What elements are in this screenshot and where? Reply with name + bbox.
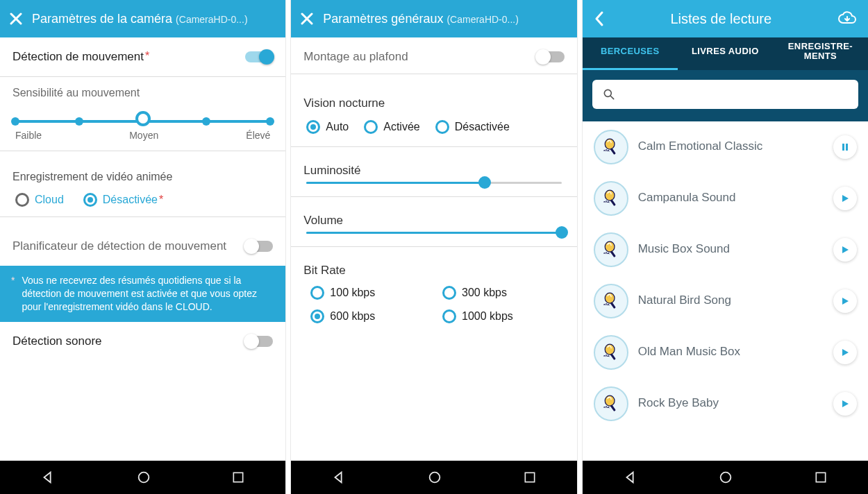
cloud-download-icon[interactable]	[837, 11, 857, 26]
android-navbar	[0, 461, 285, 494]
screen-playlists: Listes de lecture BERCEUSES LIVRES AUDIO…	[582, 0, 868, 494]
playlist-item[interactable]: Campanula Sound	[583, 173, 868, 224]
close-icon[interactable]	[301, 12, 313, 25]
playlist-item[interactable]: Natural Bird Song	[583, 275, 868, 327]
tab-recordings[interactable]: ENREGISTRE- MENTS	[773, 37, 868, 70]
recording-option-cloud[interactable]: Cloud	[15, 193, 64, 207]
svg-point-25	[606, 303, 607, 305]
recording-option-disabled-label: Désactivée*	[103, 194, 163, 206]
scheduler-label: Planificateur de détection de mouvement	[12, 239, 237, 253]
sensitivity-label: Sensibilité au mouvement	[0, 77, 285, 103]
playlist-item[interactable]: Old Man Music Box	[583, 327, 868, 378]
row-ceiling-mount[interactable]: Montage au plafond	[291, 37, 576, 71]
close-icon[interactable]	[10, 12, 22, 25]
nav-back-icon[interactable]	[623, 470, 638, 485]
playlist-item[interactable]: Calm Emotional Classic	[583, 121, 868, 173]
info-banner-text: Vous ne recevrez des résumés quotidiens …	[22, 274, 274, 314]
maraca-icon	[594, 232, 628, 267]
bitrate-radio-group: 100 kbps 300 kbps 600 kbps 1000 kbps	[291, 282, 576, 336]
pause-button[interactable]	[833, 135, 857, 159]
night-option-on[interactable]: Activée	[364, 120, 419, 134]
play-button[interactable]	[833, 341, 857, 364]
search-input[interactable]	[592, 80, 858, 109]
recording-option-cloud-label: Cloud	[35, 194, 64, 206]
bitrate-option-300[interactable]: 300 kbps	[442, 286, 558, 300]
svg-point-0	[138, 472, 149, 483]
screen-camera-settings: Paramètres de la caméra (CameraHD-0...) …	[0, 0, 286, 494]
bitrate-option-300-label: 300 kbps	[462, 287, 507, 299]
nav-back-icon[interactable]	[40, 470, 56, 485]
recording-option-disabled[interactable]: Désactivée*	[83, 193, 163, 207]
night-vision-label: Vision nocturne	[291, 84, 576, 114]
row-scheduler[interactable]: Planificateur de détection de mouvement	[0, 227, 285, 266]
appbar: Paramètres de la caméra (CameraHD-0...)	[0, 0, 285, 37]
tab-lullabies[interactable]: BERCEUSES	[583, 37, 678, 70]
motion-detection-toggle[interactable]	[245, 51, 273, 62]
svg-point-20	[606, 252, 607, 253]
night-option-auto-label: Auto	[326, 121, 349, 133]
svg-rect-11	[846, 144, 848, 151]
play-button[interactable]	[833, 187, 857, 210]
svg-point-4	[604, 90, 611, 96]
nav-recent-icon[interactable]	[231, 470, 245, 484]
bitrate-option-100[interactable]: 100 kbps	[310, 286, 426, 300]
play-button[interactable]	[833, 238, 857, 262]
maraca-icon	[594, 335, 628, 370]
appbar-title-text: Paramètres généraux	[323, 12, 443, 26]
svg-point-35	[606, 406, 607, 407]
play-button[interactable]	[833, 289, 857, 313]
svg-point-26	[608, 304, 609, 305]
sensitivity-stepper[interactable]: Faible Moyen Élevé	[0, 103, 285, 148]
recording-radio-group: Cloud Désactivée*	[0, 187, 285, 216]
recording-label: Enregistrement de vidéo animée	[0, 161, 285, 187]
ceiling-toggle[interactable]	[537, 51, 565, 62]
brightness-label: Luminosité	[291, 157, 576, 182]
back-icon[interactable]	[594, 10, 605, 27]
maraca-icon	[594, 181, 628, 216]
nav-recent-icon[interactable]	[814, 470, 828, 484]
svg-rect-18	[610, 250, 615, 257]
playlist-item[interactable]: Music Box Sound	[583, 224, 868, 275]
play-button[interactable]	[833, 392, 857, 416]
svg-point-16	[608, 201, 609, 203]
row-motion-detection[interactable]: Détection de mouvement*	[0, 37, 285, 77]
brightness-slider[interactable]	[291, 182, 576, 196]
scheduler-toggle[interactable]	[245, 241, 273, 252]
playlist-item-title: Old Man Music Box	[638, 345, 824, 359]
svg-rect-38	[816, 472, 825, 482]
bitrate-option-1000[interactable]: 1000 kbps	[442, 309, 558, 323]
svg-rect-28	[610, 353, 615, 360]
appbar-subtitle: (CameraHD-0...)	[446, 14, 518, 25]
tab-audiobooks[interactable]: LIVRES AUDIO	[678, 37, 773, 70]
sound-detection-label: Détection sonore	[12, 334, 237, 348]
svg-rect-1	[234, 472, 243, 482]
nav-home-icon[interactable]	[718, 470, 733, 485]
row-sound-detection[interactable]: Détection sonore	[0, 322, 285, 361]
bitrate-option-600[interactable]: 600 kbps	[310, 309, 426, 323]
screen-general-settings: Paramètres généraux (CameraHD-0...) Mont…	[290, 0, 577, 494]
playlist-item-title: Rock Bye Baby	[638, 396, 824, 410]
nav-home-icon[interactable]	[427, 470, 442, 485]
night-option-auto[interactable]: Auto	[306, 120, 349, 134]
volume-slider[interactable]	[291, 232, 576, 246]
playlist-item-title: Natural Bird Song	[638, 293, 824, 307]
svg-point-30	[606, 355, 607, 356]
playlist-item[interactable]: Rock Bye Baby	[583, 378, 868, 429]
svg-point-31	[608, 355, 609, 357]
search-icon	[602, 87, 616, 101]
appbar: Listes de lecture	[583, 0, 868, 37]
nav-home-icon[interactable]	[136, 470, 151, 485]
night-option-off-label: Désactivée	[455, 121, 510, 133]
svg-point-8	[606, 149, 607, 151]
nav-recent-icon[interactable]	[523, 470, 537, 484]
night-option-off[interactable]: Désactivée	[435, 120, 510, 134]
svg-point-29	[603, 355, 605, 357]
svg-rect-13	[610, 199, 615, 206]
sound-detection-toggle[interactable]	[245, 336, 273, 347]
bitrate-option-1000-label: 1000 kbps	[462, 310, 513, 323]
night-option-on-label: Activée	[383, 121, 419, 133]
playlist-item-title: Campanula Sound	[638, 191, 824, 205]
sensitivity-tick-low: Faible	[15, 130, 42, 141]
svg-point-36	[608, 407, 609, 408]
nav-back-icon[interactable]	[331, 470, 347, 485]
